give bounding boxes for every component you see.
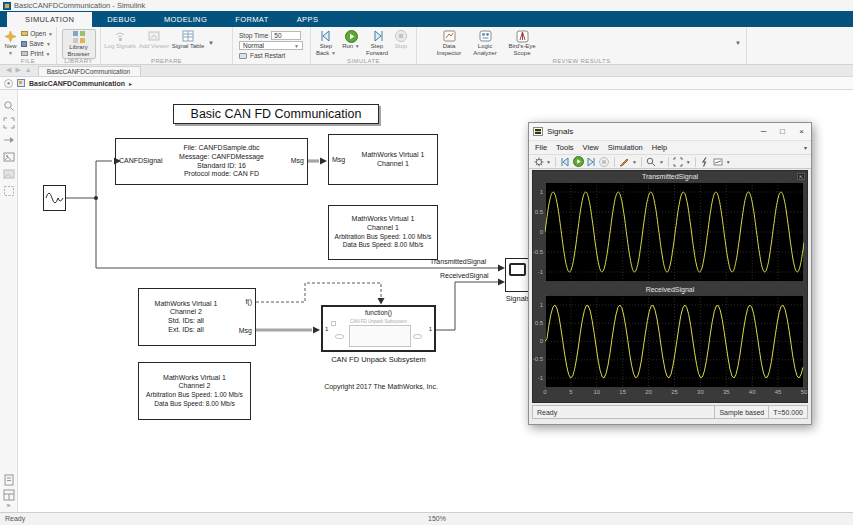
scope-fit-view-icon[interactable] — [673, 156, 684, 167]
wire-function-call[interactable] — [256, 283, 381, 302]
menu-file[interactable]: File — [535, 143, 547, 152]
title-annotation[interactable]: Basic CAN FD Communication — [173, 104, 379, 124]
sine-source-block[interactable] — [43, 185, 66, 211]
step-forward-button[interactable]: Step Forward — [363, 29, 391, 57]
explorer-collapse-icon[interactable]: ● — [4, 79, 13, 88]
can-transmit-block[interactable]: Msg MathWorks Virtual 1 Channel 1 — [328, 134, 438, 185]
chevron-down-icon[interactable]: ▼ — [632, 159, 637, 165]
sim-mode-select[interactable]: Normal ▼ — [239, 41, 303, 50]
unpack-subsystem-block[interactable]: function() 1 1 CAN FD Unpack Subsystem — [321, 305, 436, 352]
scope-toolbar: ▼ ▼ ▼ ▼ — [529, 154, 811, 169]
menu-simulation[interactable]: Simulation — [608, 143, 643, 152]
area-box-icon[interactable] — [3, 183, 15, 195]
save-button[interactable]: Save▼ — [20, 39, 54, 48]
subsystem-name-label[interactable]: CAN FD Unpack Subsystem — [321, 355, 436, 364]
trigger-icon[interactable] — [700, 156, 711, 167]
fit-to-view-icon[interactable] — [3, 115, 15, 127]
review-overflow-button[interactable]: ▼ — [735, 40, 741, 46]
fast-restart-icon — [239, 53, 247, 59]
can-receive-block[interactable]: f() Msg MathWorks Virtual 1 Channel 2 St… — [138, 288, 256, 346]
tab-simulation[interactable]: SIMULATION — [6, 11, 93, 27]
maximize-button[interactable]: □ — [773, 123, 792, 140]
received-signal-label[interactable]: ReceivedSignal — [440, 272, 489, 279]
model-tab[interactable]: BasicCANFDCommunication — [38, 66, 141, 76]
chevron-down-icon[interactable]: ▼ — [686, 159, 691, 165]
breadcrumb-model-name[interactable]: BasicCANFDCommunication — [29, 80, 125, 87]
stop-button[interactable]: Stop — [391, 29, 411, 50]
add-viewer-button[interactable]: Add Viewer — [137, 29, 171, 50]
logic-analyzer-button[interactable]: Logic Analyzer — [467, 29, 503, 57]
scope-status-mode: Sample based — [714, 406, 768, 418]
minimize-button[interactable]: ─ — [754, 123, 773, 140]
scope-stop-icon[interactable] — [599, 156, 610, 167]
annotation-image-icon[interactable] — [3, 149, 15, 161]
print-button[interactable]: Print▼ — [20, 49, 54, 58]
logic-analyzer-label: Logic Analyzer — [467, 43, 503, 57]
prepare-overflow-button[interactable]: ▼ — [208, 40, 214, 46]
menu-tools[interactable]: Tools — [556, 143, 574, 152]
can-config-ch1-block[interactable]: MathWorks Virtual 1 Channel 1 Arbitratio… — [328, 205, 438, 260]
close-button[interactable]: × — [792, 123, 811, 140]
chevron-down-icon: ▼ — [46, 41, 51, 47]
menu-view[interactable]: View — [583, 143, 599, 152]
scope-run-icon[interactable] — [573, 156, 584, 167]
log-signals-button[interactable]: Log Signals — [103, 29, 137, 50]
scope-block[interactable] — [505, 258, 530, 292]
birdseye-scope-button[interactable]: Bird's-Eye Scope — [503, 29, 541, 57]
nav-forward-icon[interactable]: ▶ — [15, 66, 20, 74]
chevron-down-icon[interactable]: ▼ — [546, 159, 551, 165]
nav-back-icon[interactable]: ◀ — [6, 66, 11, 74]
chevron-down-icon: ▼ — [48, 31, 53, 37]
toolstrip: New ▼ Open▼ Save▼ Print▼ FILE — [0, 27, 853, 65]
x-tick-label: 35 — [719, 389, 733, 395]
wire-received-signal[interactable] — [436, 282, 502, 330]
fast-restart-toggle[interactable]: Fast Restart — [239, 51, 303, 60]
review-results-group: Data Inspector Logic Analyzer Bird's-Eye… — [417, 27, 747, 64]
menubar-overflow-icon[interactable]: ▾ — [804, 144, 807, 151]
scope-step-forward-icon[interactable] — [586, 156, 597, 167]
birdseye-scope-icon — [516, 30, 529, 42]
tab-format[interactable]: FORMAT — [221, 11, 283, 27]
scope-step-back-icon[interactable] — [560, 156, 571, 167]
x-tick-label: 5 — [564, 389, 578, 395]
screenshot-icon[interactable] — [3, 166, 15, 178]
copyright-annotation[interactable]: Copyright 2017 The MathWorks, Inc. — [276, 383, 486, 390]
nav-up-icon[interactable]: ▲ — [25, 66, 32, 74]
run-button[interactable]: Run ▼ — [339, 29, 363, 50]
model-data-icon[interactable] — [3, 472, 15, 484]
new-button[interactable]: New ▼ — [2, 29, 19, 57]
chevron-down-icon[interactable]: ▼ — [659, 159, 664, 165]
tab-modeling[interactable]: MODELING — [150, 11, 221, 27]
scope-titlebar[interactable]: Signals ─ □ × — [529, 123, 811, 141]
palette-overflow-icon[interactable]: » — [7, 502, 11, 509]
open-button[interactable]: Open▼ — [20, 29, 54, 38]
data-inspector-button[interactable]: Data Inspector — [431, 29, 467, 57]
library-browser-button[interactable]: Library Browser — [62, 29, 96, 59]
can-config-ch2-block[interactable]: MathWorks Virtual 1 Channel 2 Arbitratio… — [138, 362, 251, 420]
model-canvas[interactable]: Basic CAN FD Communication CANFDSignal M… — [18, 90, 853, 512]
wire-to-pack[interactable] — [96, 161, 112, 198]
stop-time-input[interactable]: 50 — [271, 31, 301, 40]
step-back-button[interactable]: Step Back ▼ — [313, 29, 339, 57]
window-titlebar[interactable]: BasicCANFDCommunication - Simulink — [0, 0, 853, 11]
tab-apps[interactable]: APPS — [283, 11, 333, 27]
measurements-icon[interactable] — [713, 156, 724, 167]
menu-help[interactable]: Help — [652, 143, 667, 152]
save-label: Save — [29, 40, 44, 47]
property-inspector-icon[interactable] — [3, 487, 15, 499]
subsystem-preview-inport — [335, 334, 344, 339]
zoom-tool-icon[interactable] — [3, 98, 15, 110]
chevron-down-icon[interactable]: ▼ — [726, 159, 731, 165]
highlight-brush-icon[interactable] — [619, 156, 630, 167]
display1-y-axis: 10.50-0.5-1 — [533, 182, 544, 282]
scope-zoom-icon[interactable] — [646, 156, 657, 167]
signal-table-button[interactable]: Signal Table — [171, 29, 205, 50]
transmitted-signal-label[interactable]: TransmittedSignal — [430, 258, 486, 265]
update-diagram-icon[interactable] — [3, 132, 15, 144]
settings-gear-icon[interactable] — [533, 156, 544, 167]
canfd-pack-block[interactable]: CANFDSignal Msg File: CANFDSample.dbc Me… — [115, 138, 308, 185]
breadcrumb-arrow-icon[interactable]: ▸ — [129, 80, 132, 87]
pack-inport-label: CANFDSignal — [119, 157, 163, 164]
maximize-display-icon[interactable]: ⇱ — [797, 173, 805, 180]
tab-debug[interactable]: DEBUG — [93, 11, 150, 27]
